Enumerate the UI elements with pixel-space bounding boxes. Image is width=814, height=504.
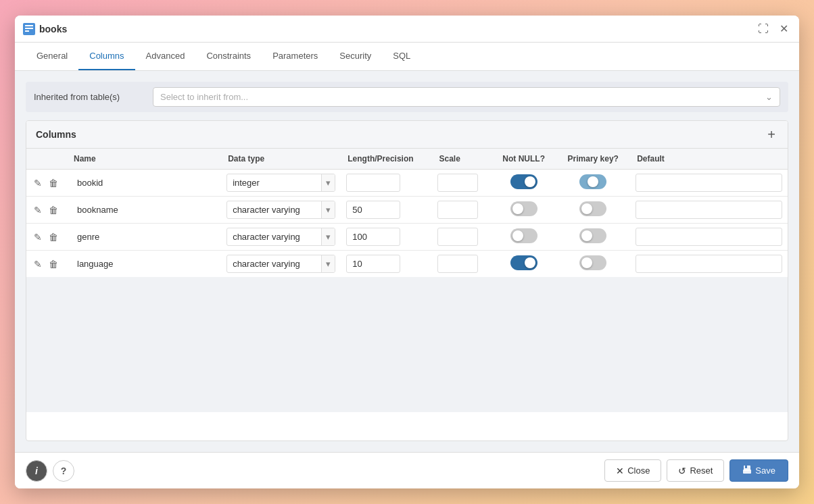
close-x-icon: ✕	[616, 465, 624, 476]
notnull-toggle[interactable]	[510, 201, 537, 216]
col-header-actions	[26, 149, 67, 170]
length-input[interactable]	[346, 228, 400, 246]
pk-toggle[interactable]	[579, 255, 606, 270]
edit-row-button[interactable]: ✎	[32, 203, 44, 218]
close-window-button[interactable]: ✕	[777, 21, 791, 36]
pk-toggle[interactable]	[579, 174, 606, 189]
title-bar-left: books	[23, 23, 67, 35]
scale-input[interactable]	[437, 255, 478, 273]
actions-cell: ✎ 🗑	[26, 197, 67, 224]
pk-cell	[556, 251, 630, 278]
col-header-name: Name	[67, 149, 221, 170]
close-button[interactable]: ✕ Close	[604, 459, 661, 482]
scale-input[interactable]	[437, 228, 478, 246]
pk-toggle[interactable]	[579, 228, 606, 243]
notnull-cell	[492, 170, 556, 197]
default-cell	[630, 197, 788, 224]
pk-cell	[556, 197, 630, 224]
notnull-cell	[492, 251, 556, 278]
default-cell	[630, 251, 788, 278]
name-input[interactable]	[72, 228, 216, 245]
footer: i ? ✕ Close ↺ Reset Save	[15, 452, 799, 488]
table-icon	[23, 23, 35, 35]
edit-row-button[interactable]: ✎	[32, 230, 44, 245]
delete-row-button[interactable]: 🗑	[47, 176, 60, 191]
col-header-scale: Scale	[432, 149, 492, 170]
datatype-cell: character varying ▾	[221, 251, 341, 278]
save-icon	[742, 465, 752, 476]
tab-general[interactable]: General	[26, 43, 78, 70]
length-input[interactable]	[346, 174, 400, 192]
dialog-title: books	[39, 24, 67, 34]
tab-columns[interactable]: Columns	[78, 43, 135, 70]
tab-sql[interactable]: SQL	[382, 43, 421, 70]
maximize-button[interactable]: ⛶	[755, 21, 771, 36]
table-row: ✎ 🗑 character varying ▾	[26, 251, 788, 278]
pk-toggle[interactable]	[579, 201, 606, 216]
name-cell	[67, 197, 221, 224]
length-cell	[341, 224, 432, 251]
reset-button[interactable]: ↺ Reset	[667, 459, 724, 482]
scale-cell	[432, 170, 492, 197]
columns-section: Columns + Name Data type Length/Precisio…	[26, 120, 788, 441]
datatype-dropdown-icon[interactable]: ▾	[321, 228, 335, 245]
name-cell	[67, 170, 221, 197]
svg-rect-2	[25, 30, 29, 32]
length-input[interactable]	[346, 255, 400, 273]
edit-row-button[interactable]: ✎	[32, 257, 44, 272]
default-input[interactable]	[636, 228, 782, 246]
delete-row-button[interactable]: 🗑	[47, 257, 60, 272]
default-input[interactable]	[636, 201, 782, 219]
length-cell	[341, 170, 432, 197]
actions-cell: ✎ 🗑	[26, 251, 67, 278]
actions-cell: ✎ 🗑	[26, 224, 67, 251]
table-row: ✎ 🗑 integer ▾	[26, 170, 788, 197]
delete-row-button[interactable]: 🗑	[47, 203, 60, 218]
delete-row-button[interactable]: 🗑	[47, 230, 60, 245]
inherit-select[interactable]: Select to inherit from... ⌄	[153, 87, 780, 107]
name-input[interactable]	[72, 255, 216, 272]
name-input[interactable]	[72, 174, 216, 191]
default-cell	[630, 224, 788, 251]
default-cell	[630, 170, 788, 197]
inherit-dropdown-icon: ⌄	[765, 92, 773, 102]
inherit-row: Inherited from table(s) Select to inheri…	[26, 82, 788, 112]
notnull-toggle[interactable]	[510, 174, 537, 189]
notnull-toggle[interactable]	[510, 255, 537, 270]
info-button[interactable]: i	[26, 460, 47, 482]
inherit-placeholder: Select to inherit from...	[160, 92, 248, 102]
length-input[interactable]	[346, 201, 400, 219]
columns-section-title: Columns	[36, 129, 76, 140]
reset-icon: ↺	[678, 465, 686, 476]
scale-cell	[432, 251, 492, 278]
save-button[interactable]: Save	[729, 459, 788, 482]
datatype-dropdown-icon[interactable]: ▾	[321, 255, 335, 272]
datatype-text: character varying	[227, 228, 321, 245]
add-column-button[interactable]: +	[765, 128, 778, 141]
empty-table-area	[26, 277, 788, 412]
svg-rect-1	[25, 28, 33, 29]
name-cell	[67, 251, 221, 278]
datatype-dropdown-icon[interactable]: ▾	[321, 174, 335, 191]
default-input[interactable]	[636, 174, 782, 192]
columns-table: Name Data type Length/Precision Scale No…	[26, 149, 788, 277]
notnull-toggle[interactable]	[510, 228, 537, 243]
scale-input[interactable]	[437, 201, 478, 219]
main-dialog: books ⛶ ✕ General Columns Advanced Const…	[15, 16, 799, 488]
actions-cell: ✎ 🗑	[26, 170, 67, 197]
edit-row-button[interactable]: ✎	[32, 176, 44, 191]
help-button[interactable]: ?	[53, 460, 74, 482]
tab-parameters[interactable]: Parameters	[262, 43, 329, 70]
scale-input[interactable]	[437, 174, 478, 192]
datatype-text: character varying	[227, 201, 321, 218]
scale-cell	[432, 197, 492, 224]
notnull-cell	[492, 224, 556, 251]
default-input[interactable]	[636, 255, 782, 273]
tab-constraints[interactable]: Constraints	[195, 43, 262, 70]
svg-rect-4	[745, 465, 747, 468]
tab-advanced[interactable]: Advanced	[135, 43, 196, 70]
name-input[interactable]	[72, 201, 216, 218]
tab-security[interactable]: Security	[329, 43, 382, 70]
datatype-dropdown-icon[interactable]: ▾	[321, 201, 335, 218]
inherit-label: Inherited from table(s)	[34, 92, 142, 102]
